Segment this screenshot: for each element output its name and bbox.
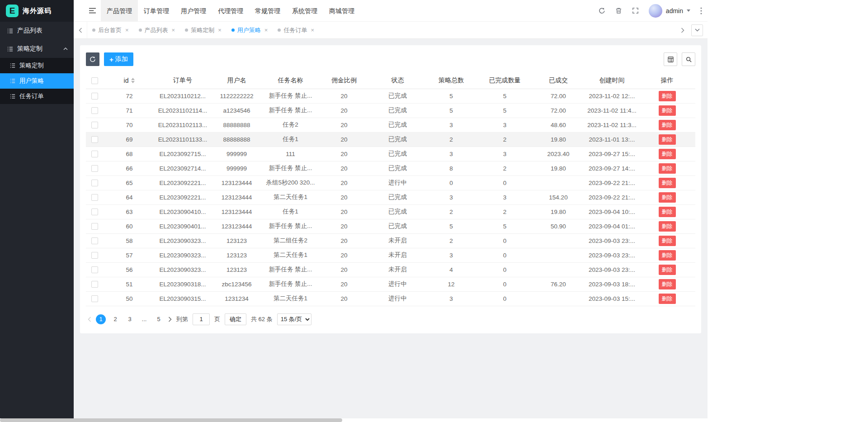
cell-strategy-total: 0 [425,175,478,190]
row-checkbox[interactable] [91,122,98,128]
chevron-up-icon [63,47,68,50]
row-checkbox[interactable] [91,151,98,157]
next-page-icon[interactable] [168,317,172,322]
fullscreen-icon[interactable] [632,7,639,14]
row-checkbox[interactable] [91,93,98,100]
avatar[interactable] [649,4,662,18]
sidebar-item-strategy-custom[interactable]: 策略定制 [0,40,74,58]
user-menu[interactable]: admin [649,4,690,18]
delete-button[interactable]: 删除 [659,105,676,116]
tab-close-icon[interactable]: × [172,27,175,33]
row-checkbox[interactable] [91,295,98,302]
cell-id: 57 [103,248,156,262]
cell-username: 123123 [210,262,264,277]
main-area: 产品管理 订单管理 用户管理 代理管理 常规管理 系统管理 商城管理 [74,0,708,418]
page-number[interactable]: 1 [96,314,106,324]
delete-button[interactable]: 删除 [659,134,676,145]
topnav-item[interactable]: 用户管理 [175,0,212,22]
topnav-item[interactable]: 常规管理 [249,0,286,22]
delete-button[interactable]: 删除 [659,178,676,188]
sidebar-submenu-item[interactable]: 策略定制 [0,58,74,73]
tabs-menu-button[interactable] [691,24,703,36]
goto-page-input[interactable] [193,313,210,325]
row-checkbox[interactable] [91,237,98,244]
delete-button[interactable]: 删除 [659,207,676,217]
tab[interactable]: 任务订单 × [273,22,319,38]
row-checkbox[interactable] [91,266,98,273]
horizontal-scrollbar[interactable] [0,418,868,422]
cell-order-no: EL2023090318... [156,277,210,291]
horizontal-scrollbar-thumb[interactable] [0,418,342,422]
delete-button[interactable]: 删除 [659,294,676,304]
row-checkbox[interactable] [91,107,98,114]
row-checkbox[interactable] [91,136,98,143]
table-refresh-button[interactable] [86,52,99,66]
cell-commission: 20 [317,161,371,175]
refresh-icon[interactable] [599,7,605,14]
delete-button[interactable]: 删除 [659,279,676,289]
cell-completed-count: 0 [478,277,532,291]
tab[interactable]: 产品列表 × [134,22,180,38]
row-checkbox[interactable] [91,223,98,230]
page-number[interactable]: 3 [125,314,135,324]
tab-close-icon[interactable]: × [264,27,268,33]
sidebar-submenu-item[interactable]: 用户策略 [0,73,74,89]
cell-select [86,132,103,147]
row-checkbox[interactable] [91,194,98,201]
sidebar-item-product-list[interactable]: 产品列表 [0,22,74,40]
delete-button[interactable]: 删除 [659,163,676,174]
topnav-item[interactable]: 代理管理 [212,0,249,22]
confirm-button[interactable]: 确定 [225,313,246,325]
tab[interactable]: 后台首页 × [87,22,134,38]
username-label: admin [666,7,683,14]
columns-toggle-button[interactable] [664,52,677,66]
cell-task-name: 第二天任务1 [264,190,317,204]
delete-button[interactable]: 删除 [659,250,676,261]
column-header-label: 佣金比例 [331,76,357,85]
delete-button[interactable]: 删除 [659,91,676,101]
delete-button[interactable]: 删除 [659,192,676,203]
tab-close-icon[interactable]: × [311,27,314,33]
page-size-select[interactable]: 15 条/页 [277,313,311,325]
sidebar-toggle-icon[interactable] [84,8,101,14]
table-row: 50 EL2023090315... 1231234 第二天任务1 20 进行中… [86,291,695,306]
row-checkbox[interactable] [91,252,98,259]
cell-id: 56 [103,262,156,277]
tab-close-icon[interactable]: × [125,27,129,33]
trash-icon[interactable] [615,7,622,14]
delete-button[interactable]: 删除 [659,149,676,159]
cell-strategy-total: 5 [425,219,478,233]
more-icon[interactable] [700,7,702,14]
sort-icon[interactable] [131,78,135,83]
prev-page-icon[interactable] [88,317,91,322]
topnav-item[interactable]: 商城管理 [323,0,360,22]
select-all-checkbox[interactable] [91,77,98,84]
tabs-scroll-left-icon[interactable] [74,22,87,38]
topnav-item[interactable]: 系统管理 [286,0,323,22]
page-number[interactable]: 2 [110,314,120,324]
topnav-item[interactable]: 产品管理 [101,0,138,22]
sidebar-submenu-item[interactable]: 任务订单 [0,89,74,104]
page-number[interactable]: 5 [154,314,164,324]
tab[interactable]: 用户策略 × [226,22,273,38]
add-button[interactable]: + 添加 [104,52,133,66]
delete-button[interactable]: 删除 [659,221,676,232]
tab[interactable]: 策略定制 × [180,22,226,38]
tab-close-icon[interactable]: × [218,27,222,33]
delete-button[interactable]: 删除 [659,265,676,275]
row-checkbox[interactable] [91,209,98,215]
row-checkbox[interactable] [91,180,98,186]
topnav-item[interactable]: 订单管理 [138,0,175,22]
cell-strategy-total: 3 [425,147,478,161]
delete-button[interactable]: 删除 [659,120,676,130]
row-checkbox[interactable] [91,165,98,172]
page-number[interactable]: ... [139,314,149,324]
cell-completed-count: 0 [478,233,532,248]
row-checkbox[interactable] [91,281,98,288]
search-toggle-button[interactable] [682,52,695,66]
column-header: 用户名 [210,72,264,89]
tabs-scroll-right-icon[interactable] [676,22,689,38]
cell-select [86,291,103,306]
column-header-label: 创建时间 [599,76,625,85]
delete-button[interactable]: 删除 [659,236,676,246]
